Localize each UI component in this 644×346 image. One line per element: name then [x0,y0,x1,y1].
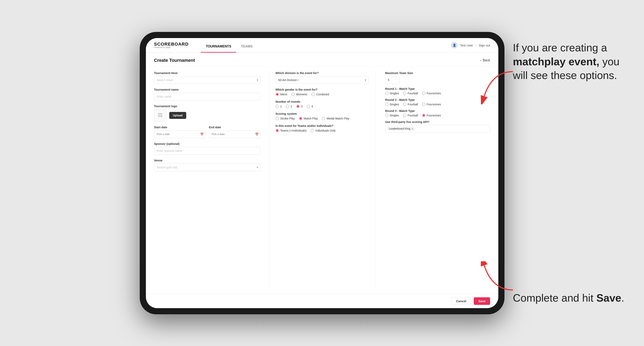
sponsor-label: Sponsor (optional) [154,142,261,146]
sponsor-input[interactable] [154,147,261,155]
scoring-medal-match-play[interactable]: Medal Match Play [322,117,349,120]
annotation-top-bold: matchplay event, [513,56,599,67]
round2-singles[interactable]: Singles [385,103,399,106]
annotation-bottom-bold: Save [596,292,621,304]
round3-match-type-section: Round 3 - Match Type Singles Fourball [385,109,490,117]
team-label: Is this event for Teams and/or Individua… [276,124,368,128]
round2-singles-radio[interactable] [385,103,388,106]
scoring-stroke-play[interactable]: Stroke Play [276,117,295,120]
max-team-size-input[interactable] [385,76,400,84]
scoring-match-play-radio[interactable] [299,117,302,120]
api-tag-close-icon[interactable]: ✕ [412,127,414,130]
gender-combined[interactable]: Combined [312,93,329,96]
nav-tab-tournaments[interactable]: TOURNAMENTS [201,45,236,53]
round2-fourball[interactable]: Fourball [403,103,418,106]
round3-fourball-radio[interactable] [403,114,406,117]
round3-foursomes-label: Foursomes [426,114,441,117]
team-teams-radio[interactable] [276,129,279,132]
annotation-bottom: Complete and hit Save. [513,291,632,305]
division-label: Which division is the event for? [276,71,368,75]
api-tag-input[interactable]: Leaderboard King ✕ [385,125,490,133]
gender-combined-radio[interactable] [312,93,315,96]
user-name: Test User [460,44,473,47]
round-2-label: 2 [290,105,292,108]
round-4-label: 4 [312,105,313,108]
round3-foursomes-radio[interactable] [422,114,425,117]
end-date-wrapper: 📅 [209,130,261,138]
team-group: Is this event for Teams and/or Individua… [276,124,368,132]
scoring-stroke-play-radio[interactable] [276,117,279,120]
round1-foursomes-radio[interactable] [422,92,425,95]
signout-link[interactable]: Sign out [479,44,490,47]
gender-womens-radio[interactable] [291,93,295,96]
logo-main: SCOREBOARD [154,42,189,46]
team-individuals[interactable]: Individuals Only [311,129,336,132]
round3-singles[interactable]: Singles [385,114,399,117]
scoring-match-play[interactable]: Match Play [299,117,318,120]
gender-mens[interactable]: Mens [276,93,287,96]
nav-tab-teams[interactable]: TEAMS [236,45,258,53]
api-tag-text: Leaderboard King [389,127,410,130]
arrow-top-container [472,67,517,105]
upload-button[interactable]: Upload [169,112,186,119]
round-1[interactable]: 1 [276,105,282,108]
round3-singles-radio[interactable] [385,114,388,117]
tournament-host-input[interactable] [154,76,261,84]
scoring-medal-match-play-radio[interactable] [322,117,325,120]
round2-foursomes-radio[interactable] [422,103,425,106]
round-3-label: 3 [301,105,303,108]
round-2[interactable]: 2 [286,105,292,108]
save-button[interactable]: Save [474,297,490,305]
venue-group: Venue [154,159,261,171]
round1-fourball-radio[interactable] [403,92,406,95]
tournament-host-group: Tournament Host [154,71,261,84]
top-nav: SCOREBOARD Powered by clippit TOURNAMENT… [146,38,498,53]
scoring-radio-group: Stroke Play Match Play Medal Match Play [276,117,368,120]
gender-womens[interactable]: Womens [291,93,307,96]
calendar-icon-start: 📅 [200,133,204,136]
left-column: Tournament Host Tournament name Tourname… [154,71,261,289]
round-4-radio[interactable] [307,105,310,108]
back-link[interactable]: ‹ Back [480,58,490,62]
avatar: 👤 [451,42,458,48]
round-3-radio[interactable] [296,105,300,108]
arrow-top-svg [472,67,517,104]
round2-foursomes[interactable]: Foursomes [422,103,441,106]
round1-singles-radio[interactable] [385,92,388,95]
round1-foursomes-label: Foursomes [426,92,441,95]
round1-singles[interactable]: Singles [385,92,399,95]
round3-foursomes[interactable]: Foursomes [422,114,441,117]
cancel-button[interactable]: Cancel [452,297,471,305]
round2-fourball-radio[interactable] [403,103,406,106]
page-background: SCOREBOARD Powered by clippit TOURNAMENT… [0,0,644,346]
round1-fourball[interactable]: Fourball [403,92,418,95]
tournament-host-select-wrapper [154,76,261,84]
logo-sub: Powered by clippit [154,46,189,48]
round-3[interactable]: 3 [296,105,303,108]
round1-fourball-label: Fourball [408,92,418,95]
round-4[interactable]: 4 [307,105,313,108]
round-2-radio[interactable] [286,105,289,108]
division-select[interactable]: NCAA Division I [276,76,368,84]
tournament-name-input[interactable] [154,93,261,100]
round3-fourball-label: Fourball [408,114,418,117]
gender-label: Which gender is the event for? [276,88,368,91]
venue-input[interactable] [154,164,261,171]
round3-match-type-options: Singles Fourball Foursomes [385,114,490,117]
team-teams[interactable]: Teams (+Individuals) [276,129,307,132]
division-select-wrapper: NCAA Division I [276,76,368,84]
round-1-radio[interactable] [276,105,279,108]
form-footer: Cancel Save [146,294,498,308]
start-date-input[interactable] [154,130,206,138]
tournament-logo-label: Tournament logo [154,105,261,108]
round1-singles-label: Singles [390,92,399,95]
scoring-group: Scoring system Stroke Play Match Play [276,112,368,120]
logo-upload-area: 🖼 Upload [154,109,261,122]
end-date-input[interactable] [209,130,261,138]
gender-mens-radio[interactable] [276,93,279,96]
round1-foursomes[interactable]: Foursomes [422,92,441,95]
logo-placeholder: 🖼 [154,109,166,122]
gender-mens-label: Mens [280,93,287,96]
round3-fourball[interactable]: Fourball [403,114,418,117]
team-individuals-radio[interactable] [311,129,314,132]
